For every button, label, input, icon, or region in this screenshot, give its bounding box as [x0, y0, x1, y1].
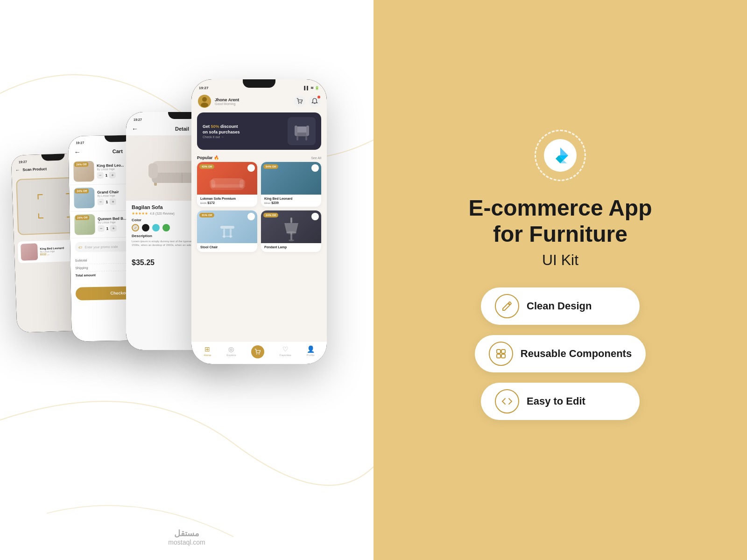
phones-container: 19:27 ▌▌ ≋ 🔋 ← Scan Product — [23, 70, 350, 490]
feature-clean-design: Clean Design — [481, 287, 640, 325]
product-fav-1[interactable]: ♡ — [247, 164, 255, 172]
product-card-3[interactable]: 31% Off ♡ Stool Chair — [197, 210, 257, 252]
phone2-time: 19:27 — [76, 141, 84, 144]
product-card-1[interactable]: 43% Off ♡ Lokman Sofa Premium — [197, 162, 257, 207]
feature-reusable-components: Reusable Components — [475, 335, 646, 372]
cart-badge-1: 24% Off — [74, 162, 89, 167]
feature-easy-to-edit: Easy to Edit — [481, 383, 640, 420]
color-dot-white[interactable]: ✓ — [132, 224, 139, 231]
qty-minus-3[interactable]: − — [98, 225, 105, 232]
color-dot-black[interactable] — [142, 224, 149, 231]
svg-rect-26 — [290, 217, 292, 223]
svg-point-9 — [201, 103, 208, 107]
flutter-logo-container — [535, 130, 586, 181]
product-new-price-1: $172 — [207, 201, 215, 204]
cart-back[interactable]: ← — [74, 148, 81, 155]
svg-rect-22 — [220, 226, 234, 229]
qty-plus-1[interactable]: + — [109, 172, 116, 178]
svg-rect-14 — [295, 126, 297, 136]
svg-point-31 — [259, 354, 260, 355]
easy-to-edit-icon-circle — [495, 389, 519, 413]
promo-banner: Get 50% discount on sofa purchases Check… — [197, 112, 321, 150]
scan-item-price: $132 ... — [40, 252, 64, 256]
nav-explore[interactable]: ◎ Explore — [226, 345, 236, 359]
sub-title: UI Kit — [542, 252, 578, 269]
left-panel: 19:27 ▌▌ ≋ 🔋 ← Scan Product — [0, 0, 374, 560]
product-price: $35.25 — [132, 259, 155, 267]
notification-button[interactable] — [309, 96, 320, 107]
cart-badge-2: 24% Off — [75, 189, 89, 194]
svg-rect-17 — [305, 136, 307, 140]
product-fav-2[interactable]: ♡ — [311, 164, 319, 172]
popular-section-title: Popular 🔥 — [197, 155, 219, 160]
svg-rect-20 — [210, 180, 215, 188]
product-badge-3: 31% Off — [199, 213, 214, 217]
product-image-4: 24% Off ♡ — [261, 210, 321, 243]
clean-design-label: Clean Design — [527, 300, 592, 312]
product-fav-4[interactable]: ♡ — [311, 213, 319, 220]
product-image-2: 54% Off ♡ — [261, 162, 321, 195]
nav-home[interactable]: ⊞ Home — [204, 345, 211, 359]
watermark-arabic: مستقل — [168, 528, 205, 539]
detail-back[interactable]: ← — [132, 125, 138, 133]
qty-plus-2[interactable]: + — [110, 198, 116, 205]
phone3-time: 19:27 — [134, 118, 142, 121]
scan-item-image — [21, 243, 38, 260]
qty-plus-3[interactable]: + — [110, 225, 117, 231]
qty-minus-1[interactable]: − — [97, 172, 104, 179]
phone1-screen-title: Scan Product — [22, 167, 47, 172]
phone1-time: 19:27 — [19, 160, 27, 164]
watermark-latin: mostaql.com — [168, 539, 205, 546]
product-name-1: Lokman Sofa Premium — [200, 197, 254, 200]
nav-favorites[interactable]: ♡ Favorites — [280, 345, 291, 359]
clean-design-icon-circle — [495, 294, 519, 318]
notification-badge — [317, 96, 320, 98]
color-dot-green[interactable] — [162, 224, 170, 231]
product-card-4[interactable]: 24% Off ♡ Pendan — [261, 210, 321, 252]
flutter-logo — [544, 139, 577, 172]
reusable-components-label: Reusable Components — [521, 348, 632, 360]
user-name: Jhone Arent — [215, 98, 239, 102]
svg-rect-16 — [296, 136, 298, 140]
svg-point-10 — [298, 103, 299, 104]
phone1-back[interactable]: ← — [15, 168, 20, 173]
product-rating: 4.8 (320 Review) — [150, 212, 175, 215]
nav-profile[interactable]: 👤 Profile — [307, 345, 315, 359]
svg-rect-25 — [222, 236, 233, 237]
see-all-button[interactable]: See All — [311, 156, 321, 160]
easy-to-edit-label: Easy to Edit — [527, 395, 585, 407]
svg-rect-33 — [501, 350, 505, 353]
color-dot-teal[interactable] — [152, 224, 160, 231]
svg-rect-28 — [290, 233, 292, 240]
nav-cart[interactable] — [251, 345, 264, 359]
svg-rect-35 — [501, 354, 505, 358]
svg-rect-34 — [497, 354, 500, 358]
svg-rect-15 — [306, 126, 309, 136]
product-fav-3[interactable]: ♡ — [247, 213, 255, 220]
promo-cta[interactable]: Check it out → — [203, 135, 240, 139]
phone4-time: 19:27 — [199, 86, 208, 90]
product-image-3: 31% Off ♡ — [197, 210, 257, 243]
product-name-3: Stool Chair — [200, 245, 254, 249]
svg-rect-4 — [148, 163, 158, 178]
product-badge-4: 24% Off — [263, 213, 278, 217]
product-old-price-2: $512 — [264, 202, 270, 204]
detail-screen-title: Detail — [175, 126, 189, 132]
cart-icon-button[interactable] — [294, 96, 305, 107]
svg-rect-19 — [211, 184, 244, 190]
svg-rect-21 — [240, 180, 245, 188]
cart-badge-3: 24% Off — [75, 215, 90, 220]
bottom-navigation: ⊞ Home ◎ Explore — [191, 341, 327, 364]
user-avatar — [198, 95, 211, 108]
product-badge-2: 54% Off — [263, 164, 278, 169]
product-badge-1: 43% Off — [199, 164, 214, 169]
phone-home: 19:27 ▌▌ ≋ 🔋 Jhone — [191, 79, 327, 364]
dashed-circle — [535, 130, 586, 181]
qty-minus-2[interactable]: − — [98, 199, 104, 205]
svg-point-11 — [301, 103, 302, 104]
promo-subtitle: on sofa purchases — [203, 130, 240, 134]
product-card-2[interactable]: 54% Off ♡ King Bed Leonard $512 $239 — [261, 162, 321, 207]
user-greeting: Good Morning — [215, 102, 239, 105]
cart-title: Cart — [113, 148, 123, 154]
product-new-price-2: $239 — [271, 201, 279, 204]
